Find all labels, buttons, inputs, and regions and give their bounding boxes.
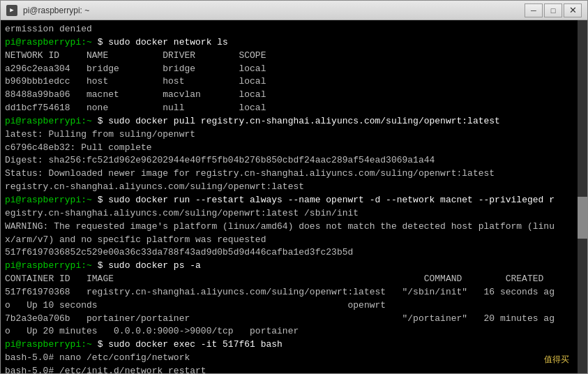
line-19: pi@raspberrypi:~ $ sudo docker ps -a [5, 260, 583, 273]
line-8: pi@raspberrypi:~ $ sudo docker pull regi… [5, 115, 583, 128]
titlebar: ▶ pi@raspberrypi: ~ ─ □ ✕ [1, 1, 587, 20]
line-23: 7b2a3e0a706b portainer/portainer "/porta… [5, 313, 583, 326]
line-11: Digest: sha256:fc521d962e96202944e40ff5f… [5, 154, 583, 167]
line-2: pi@raspberrypi:~ $ sudo docker network l… [5, 36, 583, 50]
line-12: Status: Downloaded newer image for regis… [5, 167, 583, 181]
line-20: CONTAINER ID IMAGE COMMAND CREATED [5, 273, 583, 286]
scrollbar-thumb[interactable] [578, 197, 587, 239]
close-button[interactable]: ✕ [564, 3, 582, 17]
line-13: registry.cn-shanghai.aliyuncs.com/suling… [5, 181, 583, 194]
line-7: dd1bcf754618 none null local [5, 102, 583, 115]
titlebar-left: ▶ pi@raspberrypi: ~ [6, 5, 89, 16]
line-9: latest: Pulling from suling/openwrt [5, 128, 583, 142]
line-1: ermission denied [5, 23, 583, 36]
window-title: pi@raspberrypi: ~ [23, 6, 89, 15]
maximize-button[interactable]: □ [544, 3, 562, 17]
line-3: NETWORK ID NAME DRIVER SCOPE [5, 50, 583, 63]
scrollbar[interactable] [578, 20, 587, 373]
line-5: b969bbb1edcc host host local [5, 75, 583, 89]
line-24: o Up 20 minutes 0.0.0.0:9000->9000/tcp p… [5, 325, 583, 338]
line-6: 88488a99ba06 macnet macvlan local [5, 89, 583, 102]
terminal-content[interactable]: ermission denied pi@raspberrypi:~ $ sudo… [1, 20, 587, 373]
terminal-window: ▶ pi@raspberrypi: ~ ─ □ ✕ ermission deni… [0, 0, 588, 374]
line-15: egistry.cn-shanghai.aliyuncs.com/suling/… [5, 207, 583, 220]
line-4: a296c2eaa304 bridge bridge local [5, 63, 583, 76]
line-22: o Up 10 seconds openwrt [5, 299, 583, 313]
line-21: 517f61970368 registry.cn-shanghai.aliyun… [5, 286, 583, 299]
line-27: bash-5.0# /etc/init.d/network restart [5, 365, 583, 373]
terminal-icon: ▶ [6, 5, 17, 16]
line-16: WARNING: The requested image's platform … [5, 220, 583, 234]
line-25: pi@raspberrypi:~ $ sudo docker exec -it … [5, 338, 583, 352]
line-10: c6796c48eb32: Pull complete [5, 142, 583, 155]
minimize-button[interactable]: ─ [525, 3, 543, 17]
watermark: 值得买 [540, 352, 573, 368]
line-14: pi@raspberrypi:~ $ sudo docker run --res… [5, 194, 583, 207]
watermark-prefix: 值得买 [544, 354, 569, 364]
line-17: x/arm/v7) and no specific platform was r… [5, 234, 583, 247]
window-controls: ─ □ ✕ [525, 3, 582, 17]
line-18: 517f6197036852c529e00a36c33da788f43ad9d0… [5, 246, 583, 260]
line-26: bash-5.0# nano /etc/config/network [5, 352, 583, 365]
